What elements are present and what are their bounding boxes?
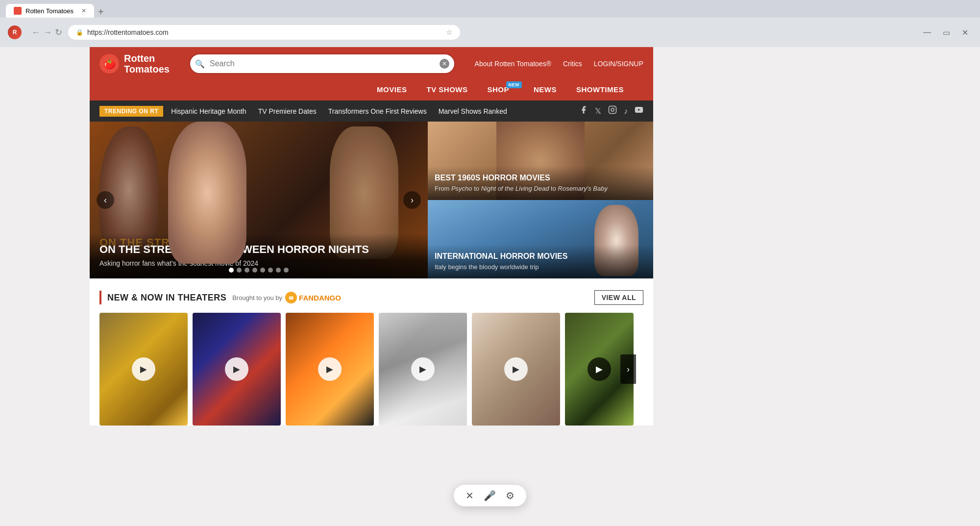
section-title-group: NEW & NOW IN THEATERS Brought to you by …	[99, 291, 341, 304]
movie-poster-5: ▶	[472, 313, 560, 426]
tiktok-icon[interactable]: ♪	[624, 107, 628, 116]
carousel-dot-6[interactable]	[268, 268, 273, 273]
hero-main-slide[interactable]: ON THE STREET ON THE STREET AT HALLOWEEN…	[90, 122, 428, 278]
voice-mic-button[interactable]: 🎤	[484, 490, 496, 501]
movie-card-1[interactable]: ▶	[99, 313, 188, 426]
hero-side-desc-top: From Psycho to Night of the Living Dead …	[435, 184, 646, 193]
voice-toolbar: ✕ 🎤 ⚙	[454, 485, 526, 506]
carousel-prev-button[interactable]: ‹	[97, 191, 114, 209]
logo-area[interactable]: 🍅 Rotten Tomatoes	[99, 53, 170, 75]
forward-button[interactable]: →	[43, 27, 52, 38]
carousel-dot-2[interactable]	[237, 268, 242, 273]
nav-tvshows[interactable]: TV SHOWS	[416, 78, 477, 100]
logo-line1: Rotten	[124, 53, 170, 64]
minimize-button[interactable]: —	[919, 26, 935, 39]
youtube-icon[interactable]	[635, 105, 643, 117]
carousel-dot-4[interactable]	[252, 268, 257, 273]
movie-card-4[interactable]: ▶	[379, 313, 467, 426]
movie-poster-4: ▶	[379, 313, 467, 426]
trending-link-3[interactable]: Transformers One First Reviews	[328, 107, 427, 115]
fandango-logo[interactable]: 🎟 FANDANGO	[285, 292, 341, 303]
instagram-icon[interactable]	[608, 105, 617, 117]
hero-main-title: ON THE STREET AT HALLOWEEN HORROR NIGHTS	[99, 243, 418, 256]
lock-icon: 🔒	[76, 29, 83, 36]
nav-showtimes[interactable]: SHOWTIMES	[566, 78, 634, 100]
svg-point-2	[614, 107, 615, 108]
movie-card-2[interactable]: ▶	[193, 313, 281, 426]
carousel-next-button[interactable]: ›	[403, 191, 421, 209]
about-link[interactable]: About Rotten Tomatoes®	[475, 60, 551, 68]
tab-title: Rotten Tomatoes	[25, 7, 74, 15]
hero-figure-2	[168, 122, 246, 264]
hero-main-background: ON THE STREET ON THE STREET AT HALLOWEEN…	[90, 122, 428, 278]
address-bar[interactable]: 🔒 https://rottentomatoes.com ☆	[68, 25, 460, 40]
login-signup-button[interactable]: LOGIN/SIGNUP	[594, 60, 643, 68]
main-nav: MOVIES TV SHOWS SHOP NEW NEWS SHOWTIMES	[99, 78, 643, 100]
trending-link-1[interactable]: Hispanic Heritage Month	[171, 107, 246, 115]
play-button-5[interactable]: ▶	[504, 357, 528, 381]
play-button-6[interactable]: ▶	[588, 357, 611, 381]
play-button-4[interactable]: ▶	[411, 357, 435, 381]
twitter-x-icon[interactable]: 𝕏	[595, 106, 601, 116]
section-title-bar	[99, 291, 101, 304]
view-all-link[interactable]: VIEW ALL	[594, 290, 643, 305]
hero-side-title-bottom: INTERNATIONAL HORROR MOVIES	[435, 251, 646, 261]
new-tab-button[interactable]: +	[94, 6, 108, 18]
hero-side-cards: BEST 1960S HORROR MOVIES From Psycho to …	[428, 122, 653, 278]
carousel-dot-3[interactable]	[245, 268, 249, 273]
trending-links: Hispanic Heritage Month TV Premiere Date…	[171, 107, 579, 115]
trending-bar: TRENDING ON RT Hispanic Heritage Month T…	[90, 100, 653, 122]
carousel-dot-8[interactable]	[284, 268, 289, 273]
movie-card-3[interactable]: ▶	[286, 313, 374, 426]
nav-news[interactable]: NEWS	[524, 78, 566, 100]
nav-movies[interactable]: MOVIES	[367, 78, 416, 100]
top-nav-links: About Rotten Tomatoes® Critics LOGIN/SIG…	[475, 60, 643, 68]
trending-link-4[interactable]: Marvel Shows Ranked	[439, 107, 507, 115]
browser-nav-controls: ← → ↻	[31, 27, 62, 38]
carousel-dot-1[interactable]	[229, 268, 234, 273]
carousel-dots	[229, 268, 289, 273]
section-title: NEW & NOW IN THEATERS	[107, 293, 226, 303]
restore-button[interactable]: ▭	[939, 26, 954, 39]
hero-carousel: ON THE STREET ON THE STREET AT HALLOWEEN…	[90, 122, 653, 278]
sponsored-by: Brought to you by 🎟 FANDANGO	[232, 292, 341, 303]
nav-items: MOVIES TV SHOWS SHOP NEW NEWS SHOWTIMES	[367, 78, 634, 100]
back-button[interactable]: ←	[31, 27, 40, 38]
search-clear-button[interactable]: ✕	[440, 59, 449, 69]
voice-settings-button[interactable]: ⚙	[506, 490, 514, 501]
facebook-icon[interactable]	[579, 105, 588, 117]
movie-poster-3: ▶	[286, 313, 374, 426]
movie-card-6[interactable]: ▶ ›	[565, 313, 634, 426]
new-badge: NEW	[506, 81, 522, 88]
url-display: https://rottentomatoes.com	[87, 28, 169, 36]
search-bar: 🔍 ✕	[189, 53, 455, 74]
play-button-1[interactable]: ▶	[132, 357, 155, 381]
trending-label: TRENDING ON RT	[99, 106, 163, 117]
close-window-button[interactable]: ✕	[958, 26, 972, 39]
carousel-dot-7[interactable]	[276, 268, 281, 273]
search-input[interactable]	[189, 53, 455, 74]
play-button-3[interactable]: ▶	[318, 357, 342, 381]
voice-close-button[interactable]: ✕	[466, 490, 474, 501]
play-button-2[interactable]: ▶	[225, 357, 248, 381]
movies-next-button[interactable]: ›	[620, 354, 636, 384]
hero-side-card-top[interactable]: BEST 1960S HORROR MOVIES From Psycho to …	[428, 122, 653, 200]
nav-shop[interactable]: SHOP NEW	[477, 78, 524, 100]
hero-side-desc-bottom: Italy begins the bloody worldwide trip	[435, 263, 646, 272]
trending-link-2[interactable]: TV Premiere Dates	[258, 107, 317, 115]
tab-close-btn[interactable]: ✕	[81, 7, 86, 14]
critics-link[interactable]: Critics	[563, 60, 582, 68]
active-tab[interactable]: Rotten Tomatoes ✕	[6, 4, 94, 18]
hero-side-card-bottom[interactable]: INTERNATIONAL HORROR MOVIES Italy begins…	[428, 200, 653, 278]
svg-point-1	[611, 108, 614, 111]
movie-card-5[interactable]: ▶	[472, 313, 560, 426]
reload-button[interactable]: ↻	[55, 27, 62, 38]
logo-line2: Tomatoes	[124, 64, 170, 75]
browser-tab-bar: Rotten Tomatoes ✕ +	[0, 0, 980, 18]
profile-avatar[interactable]: R	[8, 25, 22, 39]
movie-poster-2: ▶	[193, 313, 281, 426]
bookmark-icon[interactable]: ☆	[446, 28, 452, 37]
browser-toolbar: R ← → ↻ 🔒 https://rottentomatoes.com ☆ —…	[0, 18, 980, 47]
sponsored-prefix: Brought to you by	[232, 294, 282, 301]
carousel-dot-5[interactable]	[260, 268, 265, 273]
